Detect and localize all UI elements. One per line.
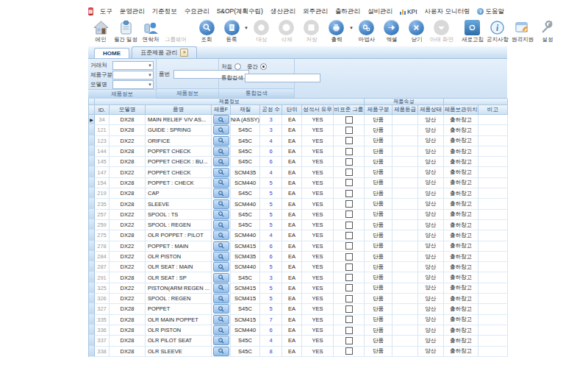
nonstandard-group-checkbox[interactable] [345,347,353,355]
table-row[interactable]: 259DX22SPOOL : REGENS45C5EAYES단품양산출하창고 [89,220,506,230]
nonstandard-group-checkbox[interactable] [345,179,353,186]
radio-middle[interactable] [260,63,267,70]
product-lookup-button[interactable] [213,210,229,219]
toolbar-button-메인[interactable]: 메인 [88,20,113,43]
menu-item-운영관리[interactable]: 운영관리 [116,6,148,18]
table-row[interactable]: 145DX28POPPET CHECK : BU...S45C6EAYES단품양… [89,157,506,167]
nonstandard-group-checkbox[interactable] [345,242,353,250]
row-selector[interactable] [89,347,95,357]
column-header-제품보관위치[interactable]: 제품보관위치 [444,105,478,115]
product-lookup-button[interactable] [213,168,229,177]
menu-item-출하관리[interactable]: 출하관리 [331,6,364,18]
column-header-제품F[interactable]: 제품F [212,105,231,115]
row-selector[interactable] [89,188,95,199]
row-selector[interactable] [89,283,95,294]
nonstandard-group-checkbox[interactable] [345,148,353,155]
product-lookup-button[interactable] [213,115,229,124]
nonstandard-group-checkbox[interactable] [345,295,353,302]
table-row[interactable]: 123DX22ORIFICES45C4EAYES단품양산출하창고 [89,136,506,146]
product-lookup-button[interactable] [213,315,229,325]
row-selector[interactable] [89,199,95,209]
model-combo[interactable]: ▼ [112,80,154,89]
nonstandard-group-checkbox[interactable] [345,274,353,281]
product-type-combo[interactable]: ▼ [112,71,154,79]
menu-item-기준정보[interactable]: 기준정보 [148,6,181,18]
customer-combo[interactable]: ▼ [112,61,154,70]
row-selector[interactable] [89,210,95,220]
tab-표준제품 관리[interactable]: 표준제품 관리✕ [132,46,197,58]
toolbar-button-등록[interactable]: 등록 [219,20,244,43]
toolbar-button-출력[interactable]: 출력 [324,20,349,43]
row-selector[interactable] [89,178,95,188]
table-row[interactable]: 287DX22OLR SEAT : MAINSCM4405EAYES단품양산출하… [89,262,506,272]
toolbar-button-원격지원[interactable]: 원격지원 [510,20,535,43]
row-selector[interactable] [89,167,95,177]
tab-close-icon[interactable]: ✕ [180,49,188,57]
toolbar-button-마법사[interactable]: 마법사 [354,20,379,43]
dropdown-arrow-icon[interactable]: ▼ [349,26,354,30]
column-header-재질[interactable]: 재질 [231,105,260,115]
menu-item-생산관리[interactable]: 생산관리 [267,6,299,18]
row-selector[interactable] [89,252,95,262]
product-lookup-button[interactable] [213,230,229,240]
row-selector[interactable] [89,220,95,230]
menu-item-S&OP(계획수립)[interactable]: S&OP(계획수립) [213,6,267,18]
nonstandard-group-checkbox[interactable] [345,222,353,229]
row-selector[interactable] [89,304,95,314]
row-selector[interactable] [89,125,95,135]
product-lookup-button[interactable] [213,325,229,335]
toolbar-button-공지사항[interactable]: i공지사항 [485,20,510,43]
row-selector[interactable] [89,136,95,146]
row-selector[interactable] [89,146,95,157]
table-row[interactable]: 147DX22POPPET CHECKSCM4354EAYES단품양산출하창고 [89,167,506,177]
nonstandard-group-checkbox[interactable] [345,210,353,218]
column-header-제품등급[interactable]: 제품등급 [392,105,418,115]
table-row[interactable]: 336DX28OLR PISTONSCM4406EAYES단품양산출하창고 [89,325,506,336]
menu-item-외주관리[interactable]: 외주관리 [299,6,331,18]
product-lookup-button[interactable] [213,241,229,251]
column-header-제품상태[interactable]: 제품상태 [418,105,444,115]
product-lookup-button[interactable] [213,125,229,135]
product-lookup-button[interactable] [213,188,229,198]
table-row[interactable]: 235DX28SLEEVESCM4405EAYES단품양산출하창고 [89,199,506,209]
menu-item-사용자 모니터링[interactable]: 사용자 모니터링 [421,6,474,18]
row-selector[interactable] [89,241,95,252]
menu-item-도구[interactable]: 도구 [96,6,116,18]
row-selector[interactable] [89,262,95,272]
row-selector[interactable] [89,230,95,241]
table-row[interactable]: 338DX28OLR SLEEVES45C8EAYES단품양산출하창고 [89,347,506,357]
menu-item-KPI[interactable]: KPI [396,6,421,18]
nonstandard-group-checkbox[interactable] [345,305,353,313]
row-selector[interactable] [89,294,95,304]
row-selector[interactable] [89,157,95,167]
table-row[interactable]: 121DX28GUIDE : SPRINGS45C3EAYES단품양산출하창고 [89,125,506,135]
nonstandard-group-checkbox[interactable] [345,284,353,291]
nonstandard-group-checkbox[interactable] [345,116,353,124]
nonstandard-group-checkbox[interactable] [345,127,353,134]
radio-first[interactable] [234,63,241,70]
toolbar-button-월간 일정[interactable]: 월간 일정 [113,20,138,43]
menu-item-설비관리[interactable]: 설비관리 [364,6,396,18]
nonstandard-group-checkbox[interactable] [345,169,353,176]
table-row[interactable]: 284DX22OLR PISTONSCM4356EAYES단품양산출하창고 [89,252,506,262]
toolbar-button-엑셀[interactable]: 엑셀 [379,20,404,43]
column-header-성적서 유무[interactable]: 성적서 유무 [302,105,334,115]
nonstandard-group-checkbox[interactable] [345,232,353,239]
row-selector[interactable] [89,272,95,283]
column-header-비고[interactable]: 비고 [478,105,508,115]
table-row[interactable]: ▶34DX28MAIN RELIEF V/V AS...N/A (ASSY)3E… [89,115,506,125]
toolbar-button-연락처[interactable]: 연락처 [138,20,163,43]
table-row[interactable]: 326DX22SPOOL : REGENSCM4155EAYES단품양산출하창고 [89,294,506,304]
table-row[interactable]: 337DX28OLR PILOT SEATS45C4EAYES단품양산출하창고 [89,336,506,346]
column-header-비표준 그룹[interactable]: 비표준 그룹 [334,105,365,115]
product-lookup-button[interactable] [213,199,229,209]
table-row[interactable]: 154DX28POPPET : CHECKSCM4405EAYES단품양산출하창… [89,178,506,188]
nonstandard-group-checkbox[interactable] [345,137,353,144]
table-row[interactable]: 327DX28POPPETS45C5EAYES단품양산출하창고 [89,304,506,314]
product-lookup-button[interactable] [213,294,229,303]
nonstandard-group-checkbox[interactable] [345,190,353,197]
product-lookup-button[interactable] [213,283,229,293]
product-lookup-button[interactable] [213,252,229,261]
table-row[interactable]: 219DX28CAPS45C5EAYES단품양산출하창고 [89,188,506,199]
toolbar-button-설정[interactable]: 설정 [535,20,560,43]
